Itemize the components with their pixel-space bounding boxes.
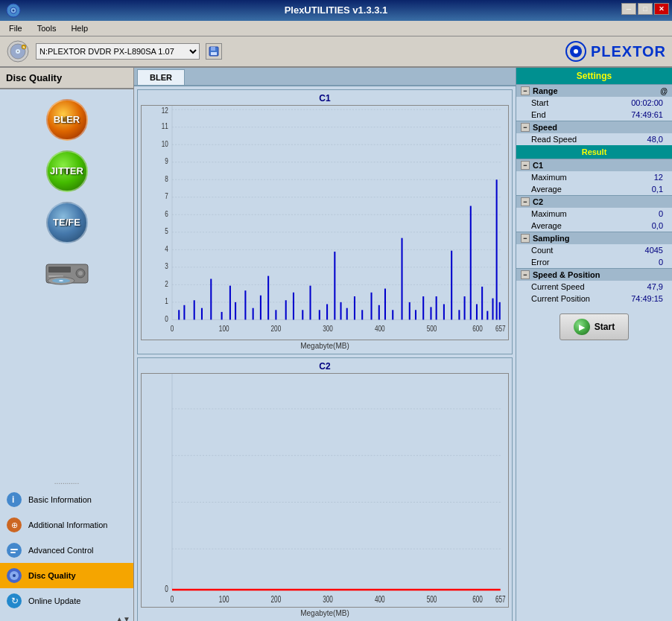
menu-help[interactable]: Help	[65, 22, 94, 34]
c2-title: C2	[141, 361, 509, 372]
close-button[interactable]: ✕	[654, 3, 669, 15]
svg-rect-103	[422, 296, 424, 319]
range-start-key: Start	[531, 98, 548, 107]
svg-text:0: 0	[171, 593, 174, 604]
scroll-up[interactable]: ▲	[115, 615, 123, 621]
sidebar-item-basic[interactable]: i Basic Information	[0, 487, 133, 512]
current-speed-key: Current Speed	[531, 282, 585, 291]
svg-rect-80	[244, 290, 246, 319]
speed-position-label: Speed & Position	[533, 270, 600, 279]
range-start-value: 00:02:00	[631, 98, 663, 107]
svg-text:200: 200	[271, 324, 282, 333]
basic-info-label: Basic Information	[28, 495, 92, 504]
read-speed-value: 48,0	[647, 135, 663, 144]
svg-rect-91	[334, 252, 335, 319]
current-speed-value: 47,9	[647, 282, 663, 291]
speed-label: Speed	[533, 123, 557, 132]
svg-text:12: 12	[162, 106, 168, 115]
drive-icon-button[interactable]	[30, 249, 104, 298]
svg-rect-98	[384, 289, 386, 320]
sidebar-item-additional[interactable]: ⊕ Additional Information	[0, 512, 133, 538]
svg-rect-81	[253, 308, 254, 320]
svg-text:300: 300	[323, 593, 333, 604]
svg-rect-74	[194, 300, 195, 319]
speed-expand[interactable]: −	[521, 123, 530, 132]
maximize-button[interactable]: □	[638, 3, 653, 15]
svg-rect-105	[436, 296, 437, 319]
svg-rect-36	[142, 106, 508, 340]
disc-quality-icon	[6, 567, 22, 584]
plextor-logo: PLEXTOR	[565, 41, 666, 62]
svg-text:400: 400	[375, 324, 385, 333]
drive-svg	[45, 257, 89, 290]
tefe-icon-button[interactable]: TE/FE	[30, 198, 104, 246]
jitter-icon-button[interactable]: JITTER	[30, 147, 104, 195]
svg-text:N: N	[23, 45, 25, 49]
scroll-down[interactable]: ▼	[123, 615, 130, 621]
sidebar: Disc Quality BLER JITTER T	[0, 68, 134, 621]
menu-tools[interactable]: Tools	[31, 22, 63, 34]
svg-rect-115	[496, 179, 498, 319]
sampling-error-key: Error	[531, 258, 549, 267]
sidebar-item-advanced[interactable]: Advanced Control	[0, 538, 133, 563]
svg-rect-83	[267, 276, 269, 320]
menu-file[interactable]: File	[3, 22, 28, 34]
minimize-button[interactable]: ─	[621, 3, 636, 15]
svg-text:657: 657	[495, 593, 506, 604]
svg-rect-101	[409, 302, 411, 320]
tab-bler[interactable]: BLER	[137, 69, 185, 85]
svg-text:500: 500	[427, 593, 437, 604]
tab-bar: BLER	[134, 68, 516, 86]
scroll-arrows: ▲ ▼	[0, 614, 133, 621]
speed-section-header: − Speed	[516, 121, 672, 133]
svg-text:100: 100	[219, 324, 229, 333]
svg-text:9: 9	[165, 156, 168, 165]
svg-rect-76	[210, 279, 212, 320]
sidebar-item-disc-quality[interactable]: Disc Quality	[0, 563, 133, 588]
svg-text:100: 100	[219, 593, 229, 604]
settings-header: Settings	[516, 68, 672, 84]
sidebar-item-online-update[interactable]: ↻ Online Update	[0, 588, 133, 614]
drive-selector[interactable]: N:PLEXTOR DVDR PX-L890SA 1.07	[36, 43, 200, 60]
speed-pos-expand[interactable]: −	[521, 270, 530, 279]
start-button[interactable]: ▶ Start	[560, 313, 629, 340]
svg-rect-79	[235, 302, 236, 320]
c2-avg-row: Average 0,0	[516, 220, 672, 232]
additional-info-icon: ⊕	[6, 517, 22, 533]
svg-text:0: 0	[165, 314, 168, 323]
sampling-count-row: Count 4045	[516, 244, 672, 256]
sampling-label: Sampling	[533, 234, 570, 243]
c2-max-key: Maximum	[531, 209, 567, 218]
svg-text:4: 4	[165, 244, 168, 253]
svg-rect-99	[392, 310, 393, 319]
svg-text:8: 8	[165, 174, 168, 183]
svg-rect-86	[293, 293, 294, 320]
c2-xlabel: Megabyte(MB)	[141, 609, 509, 617]
save-button[interactable]	[206, 43, 222, 60]
range-expand[interactable]: −	[521, 86, 530, 95]
online-update-icon: ↻	[6, 593, 22, 609]
c2-section-header: − C2	[516, 195, 672, 208]
c1-chart: 0 1 2 3 4 5 6 7 8 9 10 11 12 0	[141, 105, 509, 340]
svg-rect-87	[302, 310, 303, 319]
sampling-expand[interactable]: −	[521, 234, 530, 243]
range-start-row: Start 00:02:00	[516, 97, 672, 109]
window-controls: ─ □ ✕	[621, 3, 669, 15]
svg-text:2: 2	[165, 279, 168, 288]
svg-rect-104	[430, 307, 431, 319]
c1-xlabel: Megabyte(MB)	[141, 342, 509, 350]
svg-text:0: 0	[165, 583, 168, 593]
svg-rect-30	[10, 552, 16, 553]
svg-text:600: 600	[472, 324, 483, 333]
bler-icon-button[interactable]: BLER	[30, 95, 104, 144]
c1-section-header: − C1	[516, 159, 672, 171]
sampling-count-key: Count	[531, 246, 553, 255]
svg-rect-95	[361, 310, 363, 319]
c2-expand[interactable]: −	[521, 197, 530, 206]
svg-text:1: 1	[165, 296, 168, 305]
c1-expand[interactable]: −	[521, 161, 530, 170]
c1-chart-container: C1	[137, 89, 513, 354]
svg-point-23	[59, 280, 63, 281]
app-icon	[6, 3, 21, 18]
svg-rect-96	[371, 293, 373, 320]
